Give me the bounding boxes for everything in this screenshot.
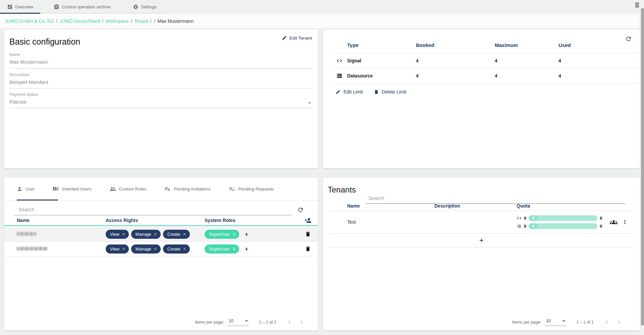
payment-option-label: Payment Option xyxy=(9,92,313,97)
tab-inherited-users-label: Inherited Users xyxy=(62,186,91,191)
close-icon[interactable]: ✕ xyxy=(154,246,157,252)
previous-page-button[interactable] xyxy=(286,319,293,326)
divider xyxy=(4,256,318,257)
tenant-users-icon[interactable] xyxy=(610,218,618,226)
vertical-scrollbar[interactable] xyxy=(639,0,644,335)
payment-option-select[interactable]: Payment Option Flatrate xyxy=(9,92,313,108)
user-search-input[interactable] xyxy=(13,205,291,215)
delete-user-button[interactable] xyxy=(305,246,311,252)
user-table-row[interactable]: View✕ Manage✕ Create✕ SuperUser✕ + xyxy=(4,227,318,241)
chevron-down-icon xyxy=(562,320,566,322)
breadcrumb-link-workspace[interactable]: Workspace xyxy=(105,18,129,24)
page-size-select[interactable]: 10 xyxy=(545,319,566,326)
breadcrumb-separator: / xyxy=(102,18,103,24)
limits-row-used: 4 xyxy=(558,73,640,78)
description-field-value: Beispiel-Mandant xyxy=(9,79,313,85)
tenants-header-quota: Quota xyxy=(517,203,610,209)
access-chip-manage[interactable]: Manage✕ xyxy=(131,230,161,239)
close-icon[interactable]: ✕ xyxy=(183,246,186,252)
trash-icon xyxy=(374,89,379,95)
limits-row-maximum: 4 xyxy=(495,73,558,78)
page-range-label: 1 – 2 of 2 xyxy=(259,320,276,325)
name-field[interactable]: Name Max Mustermann xyxy=(9,52,313,68)
edit-limit-button[interactable]: Edit Limit xyxy=(335,89,363,95)
tenants-header-name: Name xyxy=(347,203,434,209)
access-chip-manage[interactable]: Manage✕ xyxy=(131,244,161,254)
tab-pending-invitations[interactable]: Pending Invitations xyxy=(164,186,211,192)
add-tenant-button[interactable]: + xyxy=(479,237,484,244)
breadcrumb-link-tenant[interactable]: Tenant 1 xyxy=(134,18,152,24)
storage-icon xyxy=(336,73,342,79)
tab-pending-requests[interactable]: Pending Requests xyxy=(229,186,274,192)
access-chip-view[interactable]: View✕ xyxy=(106,244,129,254)
next-page-button[interactable] xyxy=(298,319,305,326)
description-field[interactable]: Description Beispiel-Mandant xyxy=(9,72,313,89)
tab-control-operation-archive-label: Control operation archive xyxy=(62,4,110,9)
breadcrumb-link-company[interactable]: JUMO GmbH & Co. KG xyxy=(5,18,54,24)
breadcrumb-link-organization[interactable]: JUMO Deutschland xyxy=(59,18,100,24)
access-rights-chips: View✕ Manage✕ Create✕ xyxy=(106,244,205,254)
quota-booked-value: 0 xyxy=(524,216,526,221)
tab-overview[interactable]: Overview xyxy=(0,0,40,13)
next-page-button[interactable] xyxy=(615,319,623,326)
add-role-button[interactable]: + xyxy=(245,245,249,253)
active-tab-indicator xyxy=(17,200,58,201)
payment-option-value: Flatrate xyxy=(9,99,313,105)
access-chip-view[interactable]: View✕ xyxy=(106,230,129,239)
add-user-button[interactable] xyxy=(305,217,312,224)
edit-tenant-button[interactable]: Edit Tenant xyxy=(282,35,312,41)
role-chip-superuser[interactable]: SuperUser✕ xyxy=(205,244,239,254)
tab-custom-roles-label: Custom Roles xyxy=(119,186,147,191)
code-icon xyxy=(517,216,522,221)
close-icon[interactable]: ✕ xyxy=(122,232,125,237)
add-role-button[interactable]: + xyxy=(245,231,249,238)
access-chip-create[interactable]: Create✕ xyxy=(163,230,190,239)
breadcrumb: JUMO GmbH & Co. KG / JUMO Deutschland / … xyxy=(0,14,639,28)
basic-configuration-title: Basic configuration xyxy=(9,37,80,47)
breadcrumb-separator: / xyxy=(56,18,57,24)
tab-control-operation-archive[interactable]: Control operation archive xyxy=(40,0,124,13)
role-chip-superuser[interactable]: SuperUser✕ xyxy=(205,230,239,239)
previous-page-button[interactable] xyxy=(603,319,610,326)
page-size-select[interactable]: 10 xyxy=(227,319,249,326)
gear-icon xyxy=(133,4,139,10)
tab-settings[interactable]: Settings xyxy=(124,0,165,13)
quota-progress-fill: 0 xyxy=(529,215,538,221)
close-icon[interactable]: ✕ xyxy=(183,232,186,237)
scrollbar-thumb[interactable] xyxy=(641,8,644,325)
close-icon[interactable]: ✕ xyxy=(232,232,236,237)
tenant-table-row[interactable]: Test 0 0 0 0 0 0 xyxy=(323,211,640,233)
code-icon xyxy=(336,58,342,64)
tab-custom-roles[interactable]: Custom Roles xyxy=(110,186,147,192)
delete-user-button[interactable] xyxy=(305,231,311,237)
limits-row-label: Signal xyxy=(347,58,416,63)
quota-signal-line: 0 0 0 xyxy=(517,215,610,221)
list-icon xyxy=(517,224,522,229)
limits-row-signal[interactable]: Signal 4 4 4 xyxy=(323,53,640,68)
people-icon xyxy=(110,186,116,192)
tab-inherited-users[interactable]: Inherited Users xyxy=(53,186,91,192)
more-vertical-icon[interactable] xyxy=(622,219,628,225)
divider xyxy=(328,247,635,247)
refresh-users-button[interactable] xyxy=(297,207,304,213)
tab-user[interactable]: User xyxy=(17,186,35,192)
quota-progress-bar: 0 xyxy=(529,223,597,229)
users-pagination: Items per page: 10 1 – 2 of 2 xyxy=(195,319,305,326)
limits-header-type: Type xyxy=(347,42,416,48)
close-icon[interactable]: ✕ xyxy=(232,246,236,252)
user-name-redacted xyxy=(17,247,48,250)
system-roles-chips: SuperUser✕ + xyxy=(205,244,298,254)
close-icon[interactable]: ✕ xyxy=(122,246,125,252)
tenants-card: Tenants Name Description Quota Test 0 0 … xyxy=(323,178,640,331)
access-chip-create[interactable]: Create✕ xyxy=(163,244,190,254)
tenants-title: Tenants xyxy=(328,185,356,194)
chevron-down-icon xyxy=(308,102,311,104)
tab-pending-invitations-label: Pending Invitations xyxy=(174,186,211,191)
delete-limit-button[interactable]: Delete Limit xyxy=(374,89,407,95)
playlist-check-icon xyxy=(229,186,235,192)
limits-row-datasource[interactable]: Datasource 4 4 4 xyxy=(323,68,640,83)
chevron-down-icon xyxy=(245,320,248,322)
tenant-name: Test xyxy=(347,219,434,225)
user-table-row[interactable]: View✕ Manage✕ Create✕ SuperUser✕ + xyxy=(4,241,318,256)
close-icon[interactable]: ✕ xyxy=(154,232,157,237)
